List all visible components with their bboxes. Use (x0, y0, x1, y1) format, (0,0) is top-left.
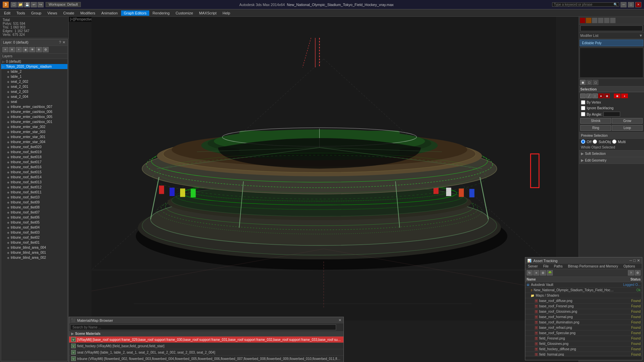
at-row-autodesk_vault[interactable]: 🏛 Autodesk Vault Logged O... (525, 282, 642, 288)
layer-item-tribune_enter_cashbox_001[interactable]: ◈tribune_enter_cashbox_001 (1, 119, 67, 124)
loop-button[interactable]: Loop (612, 125, 643, 131)
layer-item-tribune_blind_area_004[interactable]: ◈tribune_blind_area_004 (1, 245, 67, 250)
menu-graph-editors[interactable]: Graph Editors (121, 10, 149, 16)
layer-item-tribune_enter_cashbox_007[interactable]: ◈tribune_enter_cashbox_007 (1, 104, 67, 109)
layer-item-layer0[interactable]: ▷0 (default) (1, 59, 67, 64)
layer-item-tokyo_layer[interactable]: ▷Tokyo_2020_Olympic_stadium (1, 64, 67, 69)
layer-item-seat_2_002[interactable]: ◈seat_2_002 (1, 79, 67, 84)
utilities-icon[interactable] (610, 18, 615, 23)
menu-animation[interactable]: Animation (99, 10, 120, 16)
at-row-base_roof_refract[interactable]: T base_roof_refract.png Found (525, 325, 642, 330)
layer-item-tribune_roof_tket08[interactable]: ◈tribune_roof_tket08 (1, 205, 67, 210)
ring-button[interactable]: Ring (580, 125, 611, 131)
layer-item-tribune_roof_tket03[interactable]: ◈tribune_roof_tket03 (1, 230, 67, 235)
layer-item-tribune_blind_area_001[interactable]: ◈tribune_blind_area_001 (1, 250, 67, 255)
at-row-base_roof_hormal[interactable]: T base_roof_hormal.png Found (525, 314, 642, 320)
at-menu-options[interactable]: Options (621, 264, 638, 269)
shrink-button[interactable]: Shrink (580, 118, 611, 124)
preview-subobj-radio[interactable] (593, 139, 597, 144)
save-button[interactable]: 💾 (24, 2, 30, 7)
display-icon[interactable] (604, 18, 609, 23)
mb-material-m1[interactable]: V [VRayMtl] [base_roof support frame_029… (69, 337, 343, 343)
asset-tracking-min[interactable]: ─ (630, 258, 632, 263)
minimize-button[interactable]: ─ (621, 2, 627, 7)
open-button[interactable]: 📁 (17, 2, 23, 7)
selection-nav-button[interactable]: ◼ (580, 80, 586, 85)
search-icon[interactable]: 🔍 (613, 3, 618, 6)
layer-item-tribune_roof_tket019[interactable]: ◈tribune_roof_tket019 (1, 149, 67, 155)
layers-add-button[interactable]: + (16, 47, 22, 52)
at-settings-button[interactable]: ⚙ (635, 270, 641, 276)
at-row-main_file[interactable]: 3 New_National_Olympic_Stadium_Tokyo_Fie… (525, 288, 642, 293)
layer-item-tribune_enter_star_001[interactable]: ◈tribune_enter_star_001 (1, 134, 67, 139)
material-search-input[interactable] (70, 324, 336, 330)
edge-select-icon[interactable]: ╱ (586, 94, 592, 98)
layer-item-tribune_roof_tket013[interactable]: ◈tribune_roof_tket013 (1, 180, 67, 185)
layers-delete-button[interactable]: ✕ (9, 47, 15, 52)
at-row-base_roof_illumination[interactable]: T base_roof_illumination.png Found (525, 320, 642, 325)
layers-help-button[interactable]: ? (59, 40, 61, 45)
at-detail-button[interactable]: ⊞ (540, 270, 546, 276)
maximize-button[interactable]: □ (628, 2, 634, 7)
at-row-base_roof_fresnel[interactable]: T base_roof_Fresnel.png Found (525, 304, 642, 309)
asset-tracking-close[interactable]: ✕ (637, 258, 640, 263)
mb-material-m3[interactable]: V seat (VRayMtl) [lable_1, lable_2, seat… (69, 349, 343, 356)
menu-tools[interactable]: Tools (14, 10, 28, 16)
layer-item-seat_2_004[interactable]: ◈seat_2_004 (1, 94, 67, 99)
soft-sel-nav-button[interactable]: ◻ (586, 80, 592, 85)
layers-new-button[interactable]: + (2, 47, 8, 52)
at-list-button[interactable]: ≡ (533, 270, 539, 276)
preview-multi-radio[interactable] (612, 139, 616, 144)
at-help-button[interactable]: ? (628, 270, 634, 276)
at-row-base_roof_specular[interactable]: T base_roof_Specular.png Found (525, 330, 642, 336)
create-icon[interactable] (580, 18, 585, 23)
at-menu-paths[interactable]: Paths (551, 264, 566, 269)
layer-item-tribune_roof_tket05[interactable]: ◈tribune_roof_tket05 (1, 220, 67, 225)
by-angle-input[interactable]: -45.0 (603, 112, 620, 117)
layer-item-tribune_enter_star_002[interactable]: ◈tribune_enter_star_002 (1, 124, 67, 129)
layer-item-tribune_roof_tket020[interactable]: ◈tribune_roof_tket020 (1, 144, 67, 149)
at-menu-file[interactable]: File (540, 264, 551, 269)
layer-item-tribune_roof_tket10[interactable]: ◈tribune_roof_tket10 (1, 195, 67, 200)
layer-item-tribune_enter_star_003[interactable]: ◈tribune_enter_star_003 (1, 129, 67, 134)
layer-item-lable_2[interactable]: ◈lable_2 (1, 69, 67, 74)
workspace-selector[interactable]: Workspace: Default (46, 2, 81, 7)
object-name-input[interactable]: base_roof_frame_10 (580, 25, 643, 31)
modify-icon[interactable] (586, 18, 591, 23)
layer-item-lable_1[interactable]: ◈lable_1 (1, 74, 67, 79)
layer-item-tribune_roof_tket09[interactable]: ◈tribune_roof_tket09 (1, 200, 67, 205)
preview-off-radio[interactable] (581, 139, 585, 144)
layers-close-button[interactable]: ✕ (62, 40, 65, 45)
close-button[interactable]: ✕ (635, 2, 641, 7)
menu-modifiers[interactable]: Modifiers (77, 10, 98, 16)
layer-item-tribune_enter_cashbox_005[interactable]: ◈tribune_enter_cashbox_005 (1, 114, 67, 119)
layers-render-button[interactable]: ⚙ (43, 47, 49, 52)
at-tree-button[interactable]: 🌳 (547, 270, 553, 276)
viewport[interactable]: [+][Perspective][Shaded + Edged Faces] (69, 17, 579, 362)
menu-customize[interactable]: Customize (173, 10, 196, 16)
at-menu-server[interactable]: Server (525, 264, 540, 269)
mb-material-m2[interactable]: V field_hockey (VRayMtl) [field_base,fie… (69, 343, 343, 349)
element-select-icon[interactable]: ▣ (604, 94, 610, 98)
layer-item-tribune_roof_tket017[interactable]: ◈tribune_roof_tket017 (1, 160, 67, 165)
asset-tracking-restore[interactable]: □ (633, 258, 636, 263)
menu-edit[interactable]: Edit (1, 10, 13, 16)
redo-button[interactable]: ↪ (38, 2, 44, 7)
layer-item-tribune_roof_tket018[interactable]: ◈tribune_roof_tket018 (1, 155, 67, 160)
layers-select-button[interactable]: ◈ (22, 47, 29, 52)
layer-item-seat_2_003[interactable]: ◈seat_2_003 (1, 89, 67, 94)
at-row-base_roof_diffuse[interactable]: T base_roof_diffuse.png Found (525, 298, 642, 304)
layer-item-tribune_roof_tket011[interactable]: ◈tribune_roof_tket011 (1, 190, 67, 195)
layer-item-seat_2_001[interactable]: ◈seat_2_001 (1, 84, 67, 89)
layer-item-tribune_roof_tket016[interactable]: ◈tribune_roof_tket016 (1, 165, 67, 170)
poly-select-icon[interactable]: ■ (598, 94, 604, 98)
menu-create[interactable]: Create (60, 10, 77, 16)
at-row-field_glossines[interactable]: T field_Glossines.png Found (525, 341, 642, 347)
grow-button[interactable]: Grow (612, 118, 643, 124)
layer-item-tribune_roof_tket06[interactable]: ◈tribune_roof_tket06 (1, 215, 67, 220)
menu-help[interactable]: Help (220, 10, 233, 16)
layer-item-tribune_blind_area_002[interactable]: ◈tribune_blind_area_002 (1, 255, 67, 260)
at-row-base_roof_glossines[interactable]: T base_roof_Glossines.png Found (525, 309, 642, 314)
edit-geometry-expand-icon[interactable]: ▶ (581, 158, 584, 163)
new-button[interactable]: ☐ (11, 2, 17, 7)
